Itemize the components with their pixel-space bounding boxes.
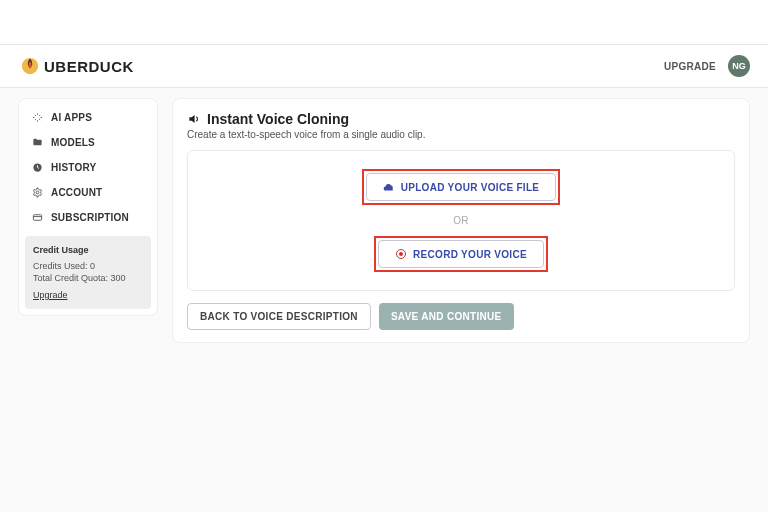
sparkle-icon — [31, 112, 43, 123]
gear-icon — [31, 187, 43, 198]
sidebar-item-account[interactable]: ACCOUNT — [25, 180, 151, 205]
highlight-record: RECORD YOUR VOICE — [374, 236, 548, 272]
card-icon — [31, 212, 43, 223]
sidebar-item-subscription[interactable]: SUBSCRIPTION — [25, 205, 151, 230]
sidebar-item-label: SUBSCRIPTION — [51, 212, 129, 223]
avatar[interactable]: NG — [728, 55, 750, 77]
sound-icon — [187, 112, 201, 126]
upgrade-link[interactable]: UPGRADE — [664, 61, 716, 72]
duck-logo-icon — [20, 56, 40, 76]
credit-used: Credits Used: 0 — [33, 260, 143, 273]
svg-rect-3 — [33, 215, 41, 221]
page-title-row: Instant Voice Cloning — [187, 111, 735, 127]
sidebar-item-label: MODELS — [51, 137, 95, 148]
folder-icon — [31, 137, 43, 148]
svg-point-2 — [36, 191, 39, 194]
highlight-upload: UPLOAD YOUR VOICE FILE — [362, 169, 561, 205]
sidebar-item-label: AI APPS — [51, 112, 92, 123]
sidebar-item-label: ACCOUNT — [51, 187, 102, 198]
sidebar-item-ai-apps[interactable]: AI APPS — [25, 105, 151, 130]
footer-actions: BACK TO VOICE DESCRIPTION SAVE AND CONTI… — [187, 303, 735, 330]
credit-usage-box: Credit Usage Credits Used: 0 Total Credi… — [25, 236, 151, 309]
record-icon — [395, 248, 407, 260]
credit-title: Credit Usage — [33, 244, 143, 257]
sidebar: AI APPS MODELS HISTORY ACCOUNT SUBSCRIPT… — [18, 98, 158, 316]
upload-voice-label: UPLOAD YOUR VOICE FILE — [401, 182, 540, 193]
sidebar-item-label: HISTORY — [51, 162, 96, 173]
credit-total: Total Credit Quota: 300 — [33, 272, 143, 285]
page-body: AI APPS MODELS HISTORY ACCOUNT SUBSCRIPT… — [0, 88, 768, 512]
topbar-right: UPGRADE NG — [664, 55, 750, 77]
topbar: UBERDUCK UPGRADE NG — [0, 44, 768, 88]
clock-icon — [31, 162, 43, 173]
back-button[interactable]: BACK TO VOICE DESCRIPTION — [187, 303, 371, 330]
brand-name: UBERDUCK — [44, 58, 134, 75]
credit-upgrade-link[interactable]: Upgrade — [33, 289, 68, 302]
page-subtitle: Create a text-to-speech voice from a sin… — [187, 129, 735, 140]
cloud-upload-icon — [383, 181, 395, 193]
upload-voice-button[interactable]: UPLOAD YOUR VOICE FILE — [366, 173, 557, 201]
main-panel: Instant Voice Cloning Create a text-to-s… — [172, 98, 750, 343]
sidebar-item-models[interactable]: MODELS — [25, 130, 151, 155]
page-title: Instant Voice Cloning — [207, 111, 349, 127]
or-separator: OR — [453, 215, 469, 226]
record-voice-label: RECORD YOUR VOICE — [413, 249, 527, 260]
save-continue-button[interactable]: SAVE AND CONTINUE — [379, 303, 514, 330]
brand[interactable]: UBERDUCK — [20, 56, 134, 76]
svg-point-5 — [399, 252, 403, 256]
sidebar-item-history[interactable]: HISTORY — [25, 155, 151, 180]
record-voice-button[interactable]: RECORD YOUR VOICE — [378, 240, 544, 268]
upload-box: UPLOAD YOUR VOICE FILE OR RECORD YOUR VO… — [187, 150, 735, 291]
